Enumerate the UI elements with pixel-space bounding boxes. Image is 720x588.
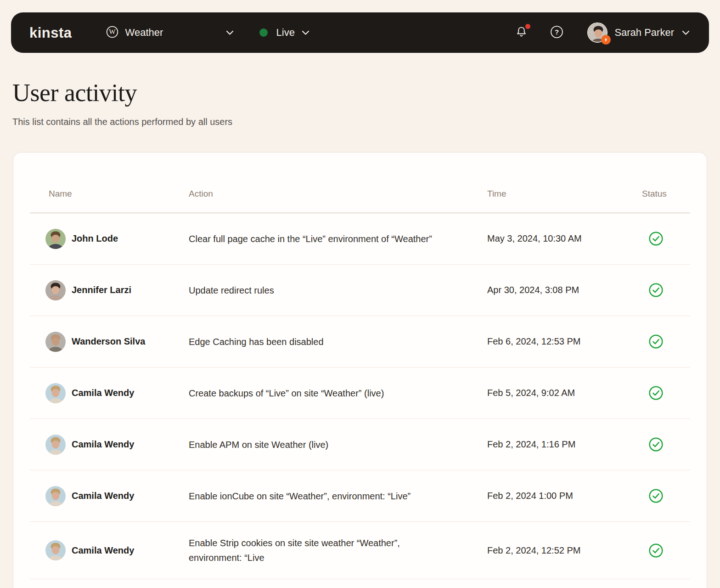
table-row: Camila Wendy Enable Strip cookies on sit… [30,522,690,579]
name-cell: Camila Wendy [30,435,189,455]
time-text: Feb 2, 2024, 1:16 PM [487,439,642,450]
action-cell: Update redirect rules [189,283,487,298]
user-name: Camila Wendy [72,545,134,556]
column-header-status: Status [642,189,690,199]
user-name: John Lode [72,233,118,244]
status-cell [642,543,690,558]
svg-text:?: ? [555,28,559,35]
site-selector-dropdown[interactable]: W Weather [106,26,234,40]
status-cell [642,437,690,452]
time-text: Feb 6, 2024, 12:53 PM [487,336,642,347]
avatar [45,435,66,455]
navbar-right-cluster: ? Sarah Parker [515,23,690,43]
table-row: Camila Wendy Enable ionCube on site “Wea… [30,470,690,522]
action-text: Edge Caching has been disabled [189,334,324,349]
svg-text:W: W [109,28,116,35]
action-cell: Enable APM on site Weather (live) [189,437,487,452]
name-cell: Camila Wendy [30,383,189,403]
help-button[interactable]: ? [550,25,563,40]
avatar [45,332,66,352]
status-cell [642,385,690,401]
avatar [45,540,66,560]
user-name: Camila Wendy [72,439,134,450]
page-subtitle: This list contains all the actions perfo… [12,117,720,127]
check-circle-icon [648,437,664,452]
kinsta-logo: kinsta [29,26,72,40]
status-cell [642,283,690,298]
name-cell: Camila Wendy [30,486,189,506]
unread-notification-dot [525,24,530,29]
time-text: May 3, 2024, 10:30 AM [487,233,642,244]
environment-selector-dropdown[interactable]: Live [259,27,309,39]
status-cell [642,488,690,503]
column-header-name: Name [30,189,189,199]
check-circle-icon [648,488,664,503]
user-activity-card: Name Action Time Status John Lode Clear … [13,152,707,588]
action-cell: Edge Caching has been disabled [189,334,487,349]
top-navbar: kinsta W Weather Live [11,12,709,53]
table-row: Camila Wendy Create backups of “Live” on… [30,368,690,419]
lightning-badge-icon [601,35,611,45]
user-menu[interactable]: Sarah Parker [587,23,690,43]
user-name: Jennifer Larzi [72,285,131,295]
table-row: Camila Wendy Enable APM on site Weather … [30,419,690,470]
action-cell: Clear full page cache in the “Live” envi… [189,232,487,246]
chevron-down-icon [682,30,690,35]
action-cell: Enable Strip cookies on site site weathe… [189,536,487,565]
user-name-label: Sarah Parker [614,27,674,39]
status-cell [642,231,690,246]
user-name: Wanderson Silva [72,336,145,347]
action-text: Create backups of “Live” on site “Weathe… [189,386,384,401]
user-avatar [587,23,608,43]
avatar [45,280,66,300]
check-circle-icon [648,543,664,558]
column-header-action: Action [189,189,487,199]
action-text: Enable APM on site Weather (live) [189,437,328,452]
user-name: Camila Wendy [72,491,134,501]
help-icon: ? [550,25,563,40]
check-circle-icon [648,283,664,298]
live-status-dot [259,28,268,37]
name-cell: Wanderson Silva [30,332,189,352]
table-body: John Lode Clear full page cache in the “… [30,213,690,579]
name-cell: Jennifer Larzi [30,280,189,300]
chevron-down-icon [302,30,309,35]
wordpress-icon: W [106,26,118,40]
time-text: Apr 30, 2024, 3:08 PM [487,285,642,295]
table-row: Jennifer Larzi Update redirect rules Apr… [30,265,690,316]
environment-label: Live [276,27,295,39]
chevron-down-icon [226,30,234,35]
action-text: Clear full page cache in the “Live” envi… [189,232,432,246]
time-text: Feb 2, 2024, 12:52 PM [487,545,642,556]
column-header-time: Time [487,189,642,199]
table-header-row: Name Action Time Status [30,153,690,213]
name-cell: Camila Wendy [30,540,189,560]
status-cell [642,334,690,349]
time-text: Feb 5, 2024, 9:02 AM [487,388,642,398]
table-row: John Lode Clear full page cache in the “… [30,213,690,265]
check-circle-icon [648,231,664,246]
action-text: Update redirect rules [189,283,274,298]
avatar [45,486,66,506]
check-circle-icon [648,334,664,349]
table-row: Wanderson Silva Edge Caching has been di… [30,316,690,368]
check-circle-icon [648,385,664,401]
action-cell: Create backups of “Live” on site “Weathe… [189,386,487,401]
name-cell: John Lode [30,229,189,249]
page-title: User activity [12,80,720,105]
avatar [45,383,66,403]
user-name: Camila Wendy [72,388,134,398]
time-text: Feb 2, 2024 1:00 PM [487,491,642,501]
site-selector-label: Weather [125,27,163,39]
avatar [45,229,66,249]
notifications-button[interactable] [515,26,528,40]
action-cell: Enable ionCube on site “Weather”, enviro… [189,489,487,503]
action-text: Enable ionCube on site “Weather”, enviro… [189,489,411,503]
action-text: Enable Strip cookies on site site weathe… [189,536,453,565]
